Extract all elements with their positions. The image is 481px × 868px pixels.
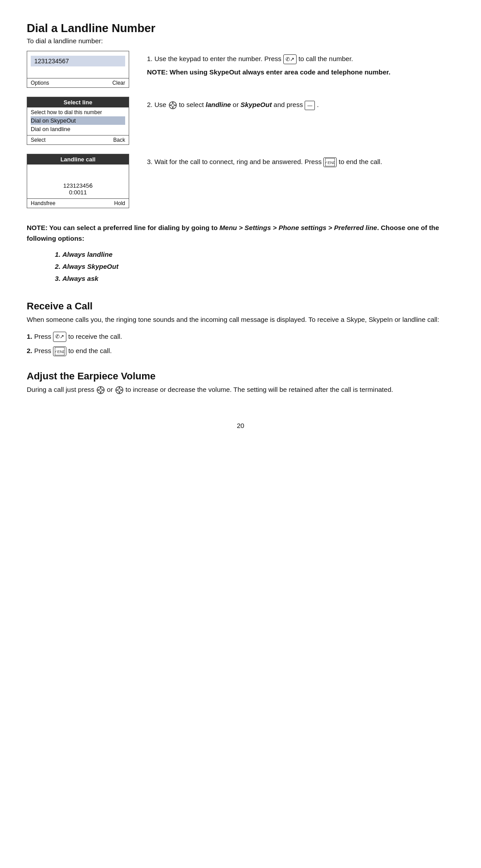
receive-step2: 2. Press ✓END to end the call. xyxy=(27,346,454,356)
receive-call-icon: ✆↗ xyxy=(53,332,66,342)
step3-text: Wait for the call to connect, ring and b… xyxy=(153,158,324,165)
select-line-footer-left: Select xyxy=(31,137,45,143)
step2-landline: landline xyxy=(206,101,231,108)
step2-text4: . xyxy=(315,101,318,108)
landline-footer-right: Hold xyxy=(114,200,125,206)
receive-step1-text: Press xyxy=(33,333,53,340)
receive-call-section: Receive a Call When someone calls you, t… xyxy=(27,300,454,356)
end-call-icon: ✓END xyxy=(323,157,337,167)
step3-num: 3. xyxy=(147,158,153,165)
call-button-icon: ✆↗ xyxy=(283,54,297,65)
select-line-box: Select line Select how to dial this numb… xyxy=(27,97,129,145)
step3-text2: to end the call. xyxy=(339,158,383,165)
volume-text2: to increase or decrease the volume. The … xyxy=(126,386,393,393)
step1-instruction: 1. Use the keypad to enter the number. P… xyxy=(147,51,454,78)
volume-up-icon xyxy=(96,386,105,395)
svg-text:✓END: ✓END xyxy=(325,160,335,165)
step2-text: Use xyxy=(153,101,168,108)
step2-text3: and press xyxy=(272,101,305,108)
step2-text2: to select xyxy=(179,101,206,108)
receive-step2-text: Press xyxy=(33,347,53,354)
volume-section: Adjust the Earpiece Volume During a call… xyxy=(27,370,454,395)
step2-num: 2. xyxy=(147,101,153,108)
receive-steps: 1. Press ✆↗ to receive the call. 2. Pres… xyxy=(27,331,454,357)
volume-intro-text1: During a call just press xyxy=(27,386,96,393)
step1-note: NOTE: When using SkypeOut always enter a… xyxy=(147,67,454,77)
nav-ring-icon xyxy=(168,101,177,110)
receive-step2-text2: to end the call. xyxy=(68,347,112,354)
step2-skypeout: SkypeOut xyxy=(240,101,272,108)
landline-call-box: Landline call 123123456̇ 0:0011 Handsfre… xyxy=(27,154,129,208)
select-line-footer-right: Back xyxy=(113,137,125,143)
screen1-options-label: Options xyxy=(31,80,49,86)
svg-text:✓END: ✓END xyxy=(55,350,65,354)
select-line-item2: Dial on landline xyxy=(31,125,125,133)
dial-landline-subtitle: To dial a landline number: xyxy=(27,37,454,45)
pref-option-3: Always ask xyxy=(62,272,454,284)
volume-title: Adjust the Earpiece Volume xyxy=(27,370,454,382)
phone-screen-1: 1231234567 Options Clear xyxy=(27,51,129,88)
volume-intro: During a call just press or to increase … xyxy=(27,385,454,395)
volume-text1: or xyxy=(107,386,115,393)
step1-text2: to call the number. xyxy=(297,55,353,62)
receive-end-icon: ✓END xyxy=(53,346,66,356)
receive-call-title: Receive a Call xyxy=(27,300,454,312)
receive-step1-num: 1. xyxy=(27,333,33,340)
dialed-number: 1231234567 xyxy=(31,56,125,66)
pref-option-1: Always landline xyxy=(62,248,454,260)
step3-instruction: 3. Wait for the call to connect, ring an… xyxy=(147,154,454,167)
step2-instruction: 2. Use to select landline or SkypeOut an… xyxy=(147,97,454,110)
preferred-options-list: Always landline Always SkypeOut Always a… xyxy=(53,248,454,284)
step1-text: Use the keypad to enter the number. Pres… xyxy=(153,55,284,62)
preferred-line-note: NOTE: You can select a preferred line fo… xyxy=(27,222,454,284)
receive-call-intro: When someone calls you, the ringing tone… xyxy=(27,315,454,325)
step2-or: or xyxy=(231,101,240,108)
receive-step1: 1. Press ✆↗ to receive the call. xyxy=(27,331,454,342)
select-line-header: Select line xyxy=(27,97,129,107)
landline-call-header: Landline call xyxy=(27,154,129,165)
landline-call-number: 123123456̇ xyxy=(31,182,125,189)
landline-footer-left: Handsfree xyxy=(31,200,55,206)
select-line-desc: Select how to dial this number xyxy=(31,109,125,115)
svg-point-17 xyxy=(118,389,121,391)
svg-point-1 xyxy=(171,104,174,107)
screen1-clear-label: Clear xyxy=(112,80,125,86)
receive-step2-num: 2. xyxy=(27,347,33,354)
landline-call-timer: 0:0011 xyxy=(31,189,125,196)
preferred-line-note-text: NOTE: You can select a preferred line fo… xyxy=(27,222,454,244)
step1-num: 1. xyxy=(147,55,153,62)
volume-down-icon xyxy=(115,386,124,395)
dial-landline-title: Dial a Landline Number xyxy=(27,21,454,35)
page-number: 20 xyxy=(27,422,454,429)
pref-option-2: Always SkypeOut xyxy=(62,260,454,272)
svg-point-11 xyxy=(99,389,102,391)
select-line-item1: Dial on SkypeOut xyxy=(31,116,125,125)
select-key-icon: — xyxy=(305,101,315,110)
receive-step1-text2: to receive the call. xyxy=(66,333,122,340)
